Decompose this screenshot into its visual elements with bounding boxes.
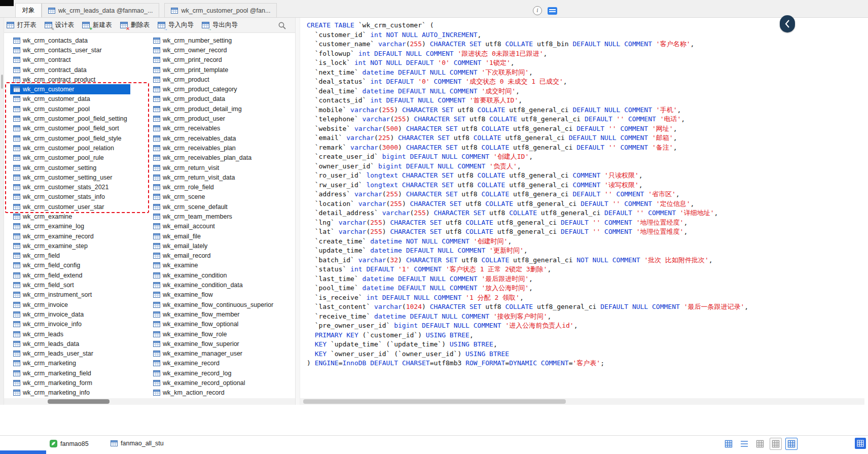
table-list-item[interactable]: wk_crm_owner_record: [150, 45, 276, 55]
table-list-item[interactable]: wk_crm_contract_product: [10, 75, 130, 84]
table-list-item[interactable]: wk_crm_examine: [10, 212, 130, 221]
table-list-item[interactable]: wk_crm_customer_setting: [10, 163, 130, 172]
table-list-item[interactable]: wk_crm_customer_setting_user: [10, 172, 130, 182]
table-list-item[interactable]: wk_crm_invoice: [10, 300, 130, 309]
table-list-item[interactable]: wk_crm_return_visit: [150, 163, 276, 172]
table-list-item[interactable]: wk_crm_leads_user_star: [10, 349, 130, 359]
pane-divider[interactable]: [295, 18, 300, 405]
table-list-item[interactable]: wk_examine_record: [150, 359, 276, 368]
collapse-panel-button[interactable]: [780, 15, 795, 32]
database-indicator[interactable]: fanmao_all_stu: [111, 440, 164, 447]
table-list-item[interactable]: wk_examine_flow_continuous_superior: [150, 300, 276, 309]
table-list-item[interactable]: wk_crm_customer_stats_2021: [10, 182, 130, 192]
tab-open-table[interactable]: wk_crm_customer_pool @fan...: [164, 3, 277, 17]
table-list-item[interactable]: wk_crm_number_setting: [150, 36, 276, 45]
table-list-item[interactable]: wk_crm_product_detail_img: [150, 104, 276, 114]
table-list-item[interactable]: wk_crm_receivables: [150, 124, 276, 133]
table-list-item[interactable]: wk_examine_record_log: [150, 368, 276, 378]
toolbar-button-new[interactable]: +新建表: [80, 19, 115, 31]
table-list-item[interactable]: wk_km_action_record: [150, 388, 276, 398]
table-list-item[interactable]: wk_crm_customer_data: [10, 94, 130, 104]
table-list-item[interactable]: wk_crm_print_record: [150, 55, 276, 65]
table-list-item[interactable]: wk_crm_field: [10, 251, 130, 261]
toolbar-button-open[interactable]: 打开表: [4, 19, 39, 31]
table-list-item[interactable]: wk_examine_manager_user: [150, 349, 276, 359]
table-list-item[interactable]: wk_examine_flow_role: [150, 329, 276, 339]
table-list-item[interactable]: wk_crm_receivables_plan: [150, 143, 276, 153]
connection-indicator[interactable]: fanmao85: [50, 440, 89, 447]
table-list-item[interactable]: wk_crm_customer_stats_info: [10, 192, 130, 202]
table-list-item[interactable]: wk_crm_receivables_data: [150, 133, 276, 143]
table-list-item[interactable]: wk_crm_print_template: [150, 65, 276, 75]
view-grid-icon[interactable]: [754, 438, 766, 450]
table-list-item[interactable]: wk_crm_product_category: [150, 84, 276, 94]
splitter-handle[interactable]: [1, 75, 3, 89]
tab-objects[interactable]: 对象: [15, 3, 42, 17]
table-list-item[interactable]: wk_crm_customer_user_star: [10, 202, 130, 212]
table-list-item[interactable]: wk_crm_scene_default: [150, 202, 276, 212]
right-hscrollbar[interactable]: [300, 398, 864, 405]
table-list-item[interactable]: wk_crm_scene: [150, 192, 276, 202]
table-list-item[interactable]: wk_examine_condition: [150, 270, 276, 280]
toolbar-button-import[interactable]: →导入向导: [155, 19, 196, 31]
table-list-item[interactable]: wk_crm_customer_pool_field_setting: [10, 114, 130, 123]
view-list-icon[interactable]: [738, 438, 750, 450]
table-list-item[interactable]: wk_crm_product_user: [150, 114, 276, 123]
table-list-item[interactable]: wk_examine_flow: [150, 290, 276, 300]
table-list-item[interactable]: wk_crm_customer_pool_field_sort: [10, 124, 130, 133]
table-list-item[interactable]: wk_email_account: [150, 222, 276, 231]
table-list-item[interactable]: wk_crm_field_sort: [10, 280, 130, 290]
table-list-item[interactable]: wk_examine: [150, 261, 276, 270]
table-list-item[interactable]: wk_crm_field_extend: [10, 270, 130, 280]
toolbar-button-delete[interactable]: ✕删除表: [118, 19, 153, 31]
table-list-item[interactable]: wk_crm_marketing: [10, 359, 130, 368]
table-list-item[interactable]: wk_crm_team_members: [150, 212, 276, 221]
table-list-item[interactable]: wk_crm_leads_data: [10, 339, 130, 348]
table-list-item[interactable]: wk_crm_examine_log: [10, 222, 130, 231]
search-icon[interactable]: [278, 21, 286, 30]
table-list-item[interactable]: wk_examine_flow_superior: [150, 339, 276, 348]
table-list-item[interactable]: wk_crm_marketing_form: [10, 378, 130, 388]
table-list-item[interactable]: wk_crm_customer_pool_field_style: [10, 133, 130, 143]
table-list-item[interactable]: wk_crm_customer_pool_relation: [10, 143, 130, 153]
table-list-item[interactable]: wk_email_file: [150, 231, 276, 241]
table-list-item[interactable]: wk_crm_leads: [10, 329, 130, 339]
table-list-item[interactable]: wk_examine_flow_member: [150, 309, 276, 319]
table-list-item[interactable]: wk_crm_contacts_user_star: [10, 45, 130, 55]
table-list-item[interactable]: wk_crm_contacts_data: [10, 36, 130, 45]
view-grid-icon[interactable]: [785, 438, 798, 450]
table-list-item[interactable]: wk_examine_record_optional: [150, 378, 276, 388]
toolbar-button-export[interactable]: →导出向导: [199, 19, 240, 31]
table-list-item[interactable]: wk_crm_examine_record: [10, 231, 130, 241]
view-grid-icon[interactable]: [770, 438, 782, 450]
left-hscrollbar[interactable]: [4, 398, 295, 405]
table-list-item[interactable]: wk_crm_examine_step: [10, 241, 130, 251]
table-list-item[interactable]: wk_crm_product_data: [150, 94, 276, 104]
table-list-item[interactable]: wk_examine_condition_data: [150, 280, 276, 290]
grid-view-button[interactable]: [855, 438, 866, 449]
table-list-item[interactable]: wk_crm_customer_pool: [10, 104, 130, 114]
table-list-item[interactable]: wk_crm_field_config: [10, 261, 130, 270]
table-list-item[interactable]: wk_crm_invoice_data: [10, 309, 130, 319]
table-list-item[interactable]: wk_crm_role_field: [150, 182, 276, 192]
table-list-item[interactable]: wk_crm_receivables_plan_data: [150, 153, 276, 163]
tab-open-table[interactable]: wk_crm_leads_data @fanmao_...: [42, 3, 159, 17]
table-list-item[interactable]: wk_crm_customer: [10, 84, 130, 94]
table-list-item[interactable]: wk_crm_return_visit_data: [150, 172, 276, 182]
view-grid-icon[interactable]: [722, 438, 735, 450]
left-hscrollbar-thumb[interactable]: [48, 399, 110, 404]
table-list-item[interactable]: wk_crm_product: [150, 75, 276, 84]
preview-pane-toggle-icon[interactable]: [548, 7, 557, 15]
table-list-item[interactable]: wk_crm_marketing_info: [10, 388, 130, 398]
right-hscrollbar-thumb[interactable]: [303, 399, 566, 404]
table-list-item[interactable]: wk_crm_customer_pool_rule: [10, 153, 130, 163]
info-icon[interactable]: i: [533, 6, 542, 15]
table-list-item[interactable]: wk_crm_marketing_field: [10, 368, 130, 378]
table-list-item[interactable]: wk_crm_contract_data: [10, 65, 130, 75]
toolbar-button-design[interactable]: ✎设计表: [42, 19, 77, 31]
table-list-item[interactable]: wk_crm_instrument_sort: [10, 290, 130, 300]
table-list-item[interactable]: wk_email_lately: [150, 241, 276, 251]
table-list-item[interactable]: wk_crm_contract: [10, 55, 130, 65]
table-list-item[interactable]: wk_email_record: [150, 251, 276, 261]
table-list-item[interactable]: wk_crm_invoice_info: [10, 320, 130, 329]
